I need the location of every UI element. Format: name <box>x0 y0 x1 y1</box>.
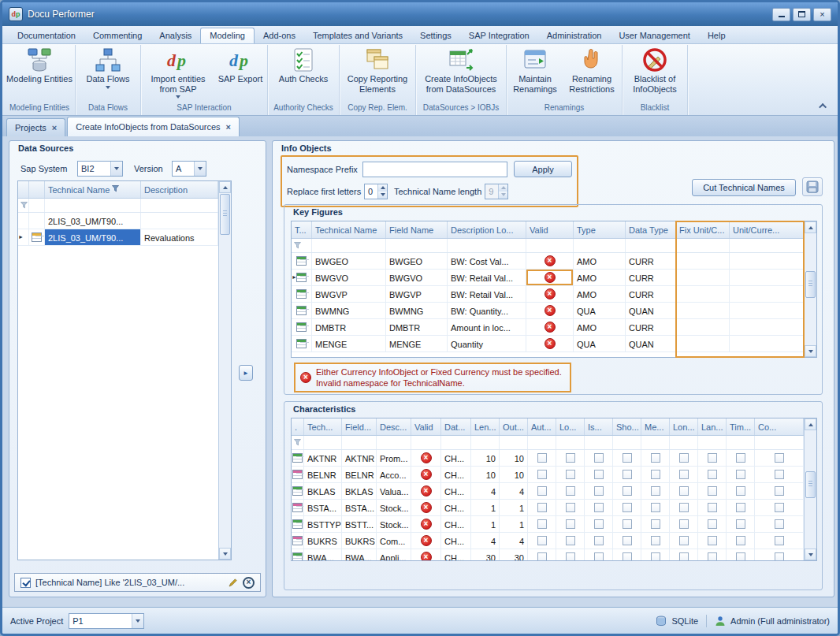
char-description-cell[interactable]: Valua... <box>377 483 411 499</box>
clear-filter-icon[interactable]: × <box>243 577 255 589</box>
char-flag-cell[interactable] <box>698 533 727 549</box>
char-flag-cell[interactable] <box>755 549 804 560</box>
char-field-name-cell[interactable]: BELNR <box>342 467 377 482</box>
checkbox[interactable] <box>679 453 689 463</box>
char-length-cell[interactable]: 30 <box>471 549 500 560</box>
checkbox[interactable] <box>736 486 745 496</box>
kf-fix-unit-cell[interactable] <box>676 270 730 285</box>
copy-reporting-elements-button[interactable]: Copy Reporting Elements <box>340 45 414 94</box>
char-flag-cell[interactable] <box>585 533 613 549</box>
char-length-cell[interactable]: 1 <box>471 500 500 515</box>
checkbox[interactable] <box>651 503 660 512</box>
ribbon-tab[interactable]: Administration <box>538 28 611 43</box>
char-flag-cell[interactable] <box>613 533 641 549</box>
char-description-cell[interactable]: Acco... <box>377 467 411 482</box>
checkbox[interactable] <box>566 552 575 560</box>
filter-row[interactable] <box>292 436 804 450</box>
column-header[interactable]: Type <box>574 221 626 238</box>
char-field-name-cell[interactable]: BUKRS <box>342 533 377 549</box>
checkbox[interactable] <box>537 519 547 529</box>
char-flag-cell[interactable] <box>613 516 641 532</box>
char-flag-cell[interactable] <box>528 467 556 482</box>
save-button[interactable] <box>802 177 823 196</box>
apply-button[interactable]: Apply <box>514 161 572 177</box>
char-valid-cell[interactable]: × <box>411 450 441 466</box>
kf-data-type-cell[interactable]: CURR <box>626 253 676 269</box>
char-output-length-cell[interactable]: 30 <box>500 549 528 560</box>
move-to-infoobjects-button[interactable]: ► <box>239 365 253 381</box>
char-valid-cell[interactable]: × <box>411 533 441 549</box>
edit-filter-pencil-icon[interactable] <box>228 578 238 588</box>
char-flag-cell[interactable] <box>613 483 641 499</box>
kf-valid-cell[interactable]: × <box>526 336 574 351</box>
kf-type-cell[interactable]: AMO <box>574 286 626 302</box>
version-combo[interactable]: A <box>172 161 206 177</box>
checkbox[interactable] <box>708 486 717 496</box>
key-figure-row[interactable]: ► BWGVO BWGVO BW: Retail Val... × AMO CU… <box>292 270 804 286</box>
char-flag-cell[interactable] <box>727 533 755 549</box>
scroll-down-button[interactable] <box>805 549 816 560</box>
char-flag-cell[interactable] <box>698 549 727 560</box>
char-valid-cell[interactable]: × <box>411 467 441 482</box>
char-flag-cell[interactable] <box>727 467 755 482</box>
checkbox[interactable] <box>594 486 604 496</box>
combo-dropdown-button[interactable] <box>194 162 206 176</box>
checkbox[interactable] <box>679 519 689 529</box>
char-length-cell[interactable]: 10 <box>471 450 500 466</box>
kf-technical-name-cell[interactable]: BWGVO <box>312 270 386 285</box>
char-valid-cell[interactable]: × <box>411 483 441 499</box>
char-flag-cell[interactable] <box>585 549 613 560</box>
char-flag-cell[interactable] <box>585 483 613 499</box>
char-flag-cell[interactable] <box>727 516 755 532</box>
kf-technical-name-cell[interactable]: BWGVP <box>312 286 386 302</box>
checkbox[interactable] <box>708 470 717 479</box>
checkbox[interactable] <box>623 552 632 560</box>
char-flag-cell[interactable] <box>727 450 755 466</box>
kf-unit-cell[interactable] <box>730 303 804 318</box>
checkbox[interactable] <box>651 519 660 529</box>
checkbox[interactable] <box>594 519 604 529</box>
char-flag-cell[interactable] <box>670 533 698 549</box>
column-header-description[interactable]: Description <box>141 181 218 198</box>
char-technical-name-cell[interactable]: BSTTYP <box>304 516 342 532</box>
tab-projects[interactable]: Projects × <box>6 118 65 136</box>
char-field-name-cell[interactable]: BSTA... <box>342 500 377 515</box>
vertical-scrollbar[interactable] <box>218 181 231 560</box>
char-flag-cell[interactable] <box>528 533 556 549</box>
column-header[interactable]: T... <box>292 221 312 238</box>
char-length-cell[interactable]: 1 <box>471 516 500 532</box>
filter-cell[interactable] <box>45 199 141 212</box>
kf-type-cell[interactable]: QUA <box>574 336 626 351</box>
checkbox[interactable] <box>594 536 604 545</box>
ribbon-tab[interactable]: Modeling <box>200 28 255 43</box>
char-description-cell[interactable]: Stock... <box>377 500 411 515</box>
checkbox[interactable] <box>775 486 784 496</box>
checkbox[interactable] <box>566 470 575 479</box>
spin-down-icon[interactable] <box>378 192 387 199</box>
checkbox[interactable] <box>679 470 689 479</box>
checkbox[interactable] <box>651 536 660 545</box>
kf-type-cell[interactable]: AMO <box>574 270 626 285</box>
checkbox[interactable] <box>708 519 717 529</box>
char-output-length-cell[interactable]: 1 <box>500 516 528 532</box>
kf-data-type-cell[interactable]: CURR <box>626 319 676 335</box>
char-flag-cell[interactable] <box>641 450 670 466</box>
char-flag-cell[interactable] <box>698 483 727 499</box>
char-data-type-cell[interactable]: CH... <box>441 450 471 466</box>
column-header[interactable]: Sho... <box>613 418 641 435</box>
char-valid-cell[interactable]: × <box>411 549 441 560</box>
char-flag-cell[interactable] <box>670 467 698 482</box>
characteristic-row[interactable]: AKTNR AKTNR Prom... × CH... 10 10 <box>292 450 804 467</box>
char-valid-cell[interactable]: × <box>411 516 441 532</box>
namespace-prefix-input[interactable] <box>362 162 507 177</box>
char-flag-cell[interactable] <box>556 500 585 515</box>
char-field-name-cell[interactable]: BWA... <box>342 549 377 560</box>
key-figure-row[interactable]: ► MENGE MENGE Quantity × QUA QUAN <box>292 336 804 352</box>
checkbox[interactable] <box>708 536 717 545</box>
char-flag-cell[interactable] <box>528 500 556 515</box>
scroll-down-button[interactable] <box>805 345 816 357</box>
checkbox[interactable] <box>623 453 632 463</box>
kf-valid-cell[interactable]: × <box>526 286 574 302</box>
ribbon-tab[interactable]: Commenting <box>84 28 151 43</box>
ds-description-cell[interactable]: Revaluations <box>141 229 218 245</box>
